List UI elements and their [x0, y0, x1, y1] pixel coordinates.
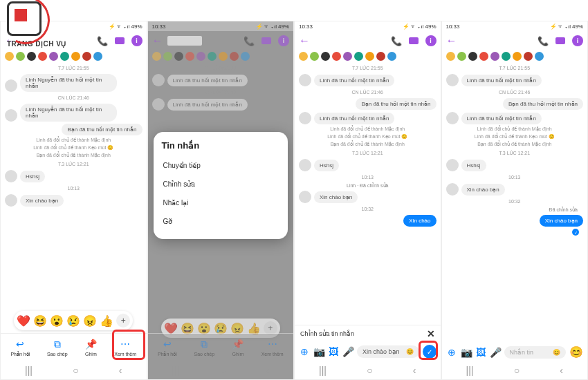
message-bubble[interactable]: Hshsj — [314, 160, 339, 171]
video-icon[interactable] — [115, 37, 125, 44]
avatar[interactable] — [5, 170, 17, 182]
nav-home[interactable]: ○ — [514, 365, 520, 376]
reaction-add[interactable]: + — [116, 314, 130, 327]
story-row[interactable] — [442, 50, 588, 63]
timestamp: CN LÚC 21:46 — [5, 95, 143, 100]
avatar[interactable] — [299, 112, 311, 124]
reaction-sad[interactable]: 😢 — [66, 314, 80, 327]
message-bubble[interactable]: Bạn đã thu hồi một tin nhắn — [356, 98, 436, 110]
message-bubble[interactable]: Linh đã thu hồi một tin nhắn — [461, 113, 542, 124]
contact-name[interactable] — [314, 36, 349, 46]
back-icon[interactable]: ← — [152, 35, 163, 47]
reaction-wow[interactable]: 😮 — [50, 314, 64, 327]
action-reply[interactable]: ↩Phản hồi — [10, 338, 30, 357]
edited-label: Linh · Đã chỉnh sửa — [299, 183, 437, 189]
reaction-like[interactable]: 👍 — [100, 314, 113, 327]
nav-back[interactable]: ‹ — [266, 365, 269, 376]
close-edit-icon[interactable]: ✕ — [427, 328, 435, 339]
message-actions: ↩Phản hồi ⧉Sao chép 📌Ghim ⋯Xem thêm — [148, 333, 294, 361]
message-bubble[interactable]: Xin chào bạn — [314, 191, 358, 203]
nav-back[interactable]: ‹ — [560, 365, 563, 376]
story-row[interactable] — [148, 50, 294, 63]
nav-back[interactable]: ‹ — [413, 365, 416, 376]
screenshot-4: 10:33⚡ ᯤ ₊ıl 49% ← 📞 i T.7 LÚC 21:55 Lin… — [441, 21, 589, 380]
story-row[interactable] — [1, 50, 147, 63]
gallery-icon[interactable]: 🖼 — [328, 346, 339, 357]
sheet-edit[interactable]: Chỉnh sửa — [162, 175, 280, 193]
message-bubble[interactable]: Linh Nguyễn đã thu hồi một tin nhắn — [20, 104, 117, 122]
message-bubble[interactable]: Linh đã thu hồi một tin nhắn — [314, 75, 394, 86]
mic-icon[interactable]: 🎤 — [490, 347, 501, 358]
contact-name[interactable] — [461, 36, 496, 46]
message-bubble[interactable]: Hshsj — [20, 171, 45, 182]
message-bubble[interactable]: Linh đã thu hồi một tin nhắn — [314, 113, 394, 124]
emoji-icon[interactable]: 😊 — [406, 348, 414, 355]
gallery-icon[interactable]: 🖼 — [475, 347, 486, 358]
message-bubble[interactable]: Hshsj — [461, 160, 486, 171]
message-bubble[interactable]: Linh đã thu hồi một tin nhắn — [461, 75, 542, 86]
reaction-picker[interactable]: ❤️ 😆 😮 😢 😠 👍 + — [14, 311, 133, 330]
sheet-title: Tin nhắn — [162, 140, 280, 151]
contact-name[interactable] — [167, 36, 202, 46]
camera-icon[interactable]: 📷 — [461, 347, 472, 358]
avatar[interactable] — [299, 159, 311, 171]
message-input[interactable]: Xin chào bạn😊 — [357, 345, 419, 358]
reaction-heart[interactable]: ❤️ — [17, 314, 30, 327]
site-logo: TRANG DỊCH VỤ — [7, 1, 76, 48]
avatar[interactable] — [299, 74, 311, 86]
nav-back[interactable]: ‹ — [119, 365, 122, 376]
mic-icon[interactable]: 🎤 — [342, 346, 353, 357]
nav-recent[interactable]: ||| — [466, 365, 474, 376]
info-icon[interactable]: i — [131, 35, 143, 46]
sheet-remove[interactable]: Gỡ — [162, 212, 280, 231]
reaction-angry[interactable]: 😠 — [83, 314, 97, 327]
avatar[interactable] — [5, 109, 17, 122]
video-icon[interactable] — [409, 37, 419, 44]
call-icon[interactable]: 📞 — [538, 35, 549, 46]
timestamp: 10:13 — [5, 186, 143, 191]
nav-home[interactable]: ○ — [220, 365, 226, 376]
action-pin[interactable]: 📌Ghim — [84, 338, 97, 357]
nav-recent[interactable]: ||| — [319, 365, 327, 376]
nav-recent[interactable]: ||| — [25, 365, 33, 376]
emoji-icon[interactable]: 😊 — [553, 349, 560, 356]
back-icon[interactable]: ← — [446, 35, 457, 47]
avatar[interactable] — [446, 112, 459, 124]
avatar[interactable] — [5, 79, 17, 92]
avatar[interactable] — [5, 194, 17, 207]
nav-home[interactable]: ○ — [73, 365, 78, 376]
android-nav: ||| ○ ‹ — [442, 361, 588, 379]
avatar[interactable] — [299, 191, 311, 203]
my-message-bubble[interactable]: Xin chào bạn — [540, 215, 583, 227]
nav-home[interactable]: ○ — [367, 365, 372, 376]
like-button[interactable]: 😊 — [569, 345, 583, 359]
my-message-bubble[interactable]: Xin chào — [403, 215, 436, 227]
action-copy[interactable]: ⧉Sao chép — [47, 338, 68, 357]
message-bubble[interactable]: Xin chào bạn — [20, 195, 64, 207]
message-bubble[interactable]: Linh Nguyễn đã thu hồi một tin nhắn — [20, 74, 117, 92]
call-icon[interactable]: 📞 — [97, 35, 108, 46]
camera-icon[interactable]: 📷 — [313, 346, 324, 357]
reaction-haha[interactable]: 😆 — [33, 314, 47, 327]
info-icon[interactable]: i — [572, 35, 583, 46]
add-icon[interactable]: ⊕ — [446, 347, 457, 358]
back-icon[interactable]: ← — [299, 35, 310, 47]
sheet-forward[interactable]: Chuyển tiếp — [162, 156, 280, 175]
call-icon[interactable]: 📞 — [244, 35, 255, 46]
info-icon[interactable]: i — [278, 35, 289, 46]
message-input[interactable]: Nhắn tin😊 — [504, 346, 567, 359]
avatar[interactable] — [446, 74, 459, 86]
sheet-remind[interactable]: Nhắc lại — [162, 193, 280, 212]
info-icon[interactable]: i — [425, 35, 437, 46]
nav-recent[interactable]: ||| — [172, 365, 180, 376]
call-icon[interactable]: 📞 — [391, 35, 402, 46]
message-bubble[interactable]: Bạn đã thu hồi một tin nhắn — [62, 124, 142, 135]
message-bubble[interactable]: Bạn đã thu hồi một tin nhắn — [503, 98, 583, 110]
avatar[interactable] — [446, 183, 459, 196]
add-icon[interactable]: ⊕ — [299, 346, 310, 357]
story-row[interactable] — [295, 50, 441, 63]
video-icon[interactable] — [261, 37, 271, 44]
avatar[interactable] — [446, 159, 459, 171]
message-bubble[interactable]: Xin chào bạn — [461, 184, 505, 196]
video-icon[interactable] — [555, 37, 565, 44]
